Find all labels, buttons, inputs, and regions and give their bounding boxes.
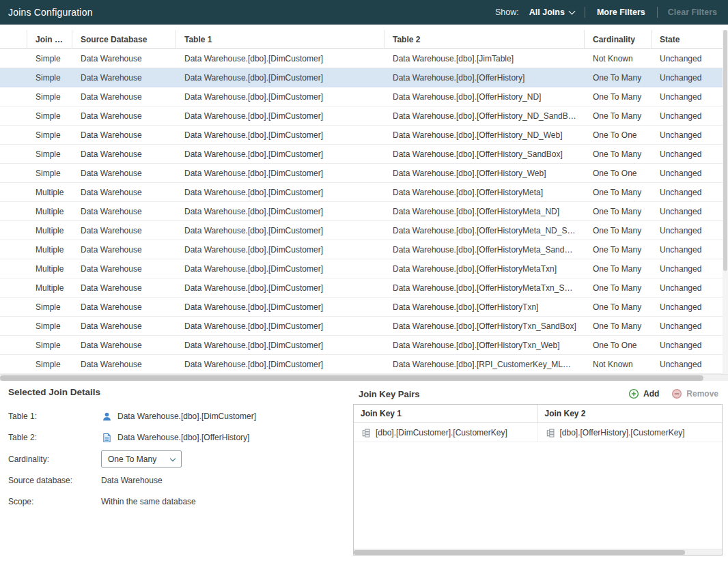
- details-panel-title: Selected Join Details: [8, 387, 344, 397]
- cell-join-type: Simple: [27, 169, 72, 178]
- cell-join-type: Multiple: [27, 283, 72, 293]
- show-filter-dropdown[interactable]: All Joins: [528, 6, 576, 18]
- cell-table1: Data Warehouse.[dbo].[DimCustomer]: [176, 207, 384, 216]
- field-table-1: Table 1: Data Warehouse.[dbo].[DimCustom…: [8, 408, 344, 425]
- key-columns-icon: [361, 428, 371, 438]
- cell-cardinality: One To Many: [585, 245, 652, 255]
- table-row[interactable]: SimpleData WarehouseData Warehouse.[dbo]…: [0, 106, 723, 126]
- clear-filters-button[interactable]: Clear Filters: [667, 6, 718, 18]
- header-controls: Show: All Joins More Filters Clear Filte…: [495, 6, 718, 18]
- cell-state: Unchanged: [652, 73, 723, 83]
- join-key-1-cell: [dbo].[DimCustomer].[CustomerKey]: [354, 423, 538, 442]
- table-row[interactable]: SimpleData WarehouseData Warehouse.[dbo]…: [0, 298, 723, 317]
- cell-table2: Data Warehouse.[dbo].[OfferHistory_ND_We…: [384, 130, 585, 140]
- vertical-scrollbar[interactable]: [723, 30, 728, 374]
- column-header-join-key-2[interactable]: Join Key 2: [538, 405, 723, 422]
- cell-state: Unchanged: [652, 149, 723, 159]
- cell-source-db: Data Warehouse: [72, 149, 176, 159]
- chevron-down-icon: [568, 8, 575, 15]
- join-key-actions: Add Remove: [628, 388, 718, 399]
- cell-join-type: Simple: [27, 360, 72, 369]
- cell-state: Unchanged: [652, 302, 723, 312]
- cell-cardinality: Not Known: [585, 54, 652, 63]
- cell-cardinality: One To Many: [585, 264, 652, 274]
- cell-source-db: Data Warehouse: [72, 360, 176, 369]
- column-header-selector: [0, 30, 27, 49]
- column-header-cardinality[interactable]: Cardinality: [585, 30, 652, 49]
- cell-source-db: Data Warehouse: [72, 341, 176, 350]
- cardinality-dropdown[interactable]: One To Many: [101, 450, 182, 468]
- column-header-source-database[interactable]: Source Database: [72, 30, 176, 49]
- cell-table2: Data Warehouse.[dbo].[OfferHistoryMeta]: [384, 188, 585, 197]
- cell-table1: Data Warehouse.[dbo].[DimCustomer]: [176, 360, 384, 369]
- table-row[interactable]: MultipleData WarehouseData Warehouse.[db…: [0, 278, 723, 298]
- joins-configuration-window: Joins Configuration Show: All Joins More…: [0, 0, 728, 561]
- person-icon: [101, 411, 112, 422]
- table-row[interactable]: SimpleData WarehouseData Warehouse.[dbo]…: [0, 164, 723, 183]
- vertical-scrollbar-thumb[interactable]: [723, 30, 727, 271]
- table-row[interactable]: MultipleData WarehouseData Warehouse.[db…: [0, 259, 723, 278]
- cell-cardinality: One To One: [585, 169, 652, 178]
- cell-table1: Data Warehouse.[dbo].[DimCustomer]: [176, 73, 384, 83]
- cell-join-type: Multiple: [27, 245, 72, 255]
- cell-table2: Data Warehouse.[dbo].[OfferHistoryMeta_N…: [384, 226, 585, 235]
- selected-join-details-panel: Selected Join Details Table 1: Data Ware…: [0, 381, 352, 561]
- column-header-table-1[interactable]: Table 1: [176, 30, 384, 49]
- table-row[interactable]: SimpleData WarehouseData Warehouse.[dbo]…: [0, 126, 723, 145]
- table-row[interactable]: MultipleData WarehouseData Warehouse.[db…: [0, 221, 723, 240]
- cell-source-db: Data Warehouse: [72, 111, 176, 121]
- cell-source-db: Data Warehouse: [72, 283, 176, 293]
- cell-table1: Data Warehouse.[dbo].[DimCustomer]: [176, 92, 384, 102]
- header-bar: Joins Configuration Show: All Joins More…: [0, 0, 728, 25]
- horizontal-scrollbar[interactable]: [0, 374, 728, 381]
- cell-source-db: Data Warehouse: [72, 264, 176, 274]
- cell-state: Unchanged: [652, 360, 723, 369]
- source-database-value: Data Warehouse: [101, 476, 163, 485]
- divider: [585, 7, 585, 18]
- table-row[interactable]: SimpleData WarehouseData Warehouse.[dbo]…: [0, 49, 723, 68]
- cell-state: Unchanged: [652, 111, 723, 121]
- join-key-2-cell: [dbo].[OfferHistory].[CustomerKey]: [538, 423, 723, 442]
- field-scope: Scope: Within the same database: [8, 493, 344, 510]
- cell-table2: Data Warehouse.[dbo].[OfferHistory_ND]: [384, 92, 585, 102]
- table-row[interactable]: SimpleData WarehouseData Warehouse.[dbo]…: [0, 68, 723, 87]
- join-key-text: [dbo].[DimCustomer].[CustomerKey]: [376, 428, 507, 437]
- table-row[interactable]: SimpleData WarehouseData Warehouse.[dbo]…: [0, 317, 723, 336]
- cell-table2: Data Warehouse.[dbo].[OfferHistory_Web]: [384, 169, 585, 178]
- table-row[interactable]: MultipleData WarehouseData Warehouse.[db…: [0, 183, 723, 202]
- cell-state: Unchanged: [652, 92, 723, 102]
- more-filters-button[interactable]: More Filters: [594, 6, 648, 18]
- table-row[interactable]: MultipleData WarehouseData Warehouse.[db…: [0, 202, 723, 221]
- cell-table1: Data Warehouse.[dbo].[DimCustomer]: [176, 149, 384, 159]
- cell-cardinality: One To Many: [585, 226, 652, 235]
- table-row[interactable]: SimpleData WarehouseData Warehouse.[dbo]…: [0, 336, 723, 355]
- table-row[interactable]: SimpleData WarehouseData Warehouse.[dbo]…: [0, 87, 723, 106]
- cell-table1: Data Warehouse.[dbo].[DimCustomer]: [176, 321, 384, 331]
- cell-source-db: Data Warehouse: [72, 54, 176, 63]
- column-header-join-type[interactable]: Join Type: [27, 30, 72, 49]
- cell-source-db: Data Warehouse: [72, 226, 176, 235]
- cell-table2: Data Warehouse.[dbo].[OfferHistoryMetaTx…: [384, 283, 585, 293]
- cell-cardinality: One To One: [585, 341, 652, 350]
- cell-state: Unchanged: [652, 188, 723, 197]
- table-row[interactable]: MultipleData WarehouseData Warehouse.[db…: [0, 240, 723, 259]
- table-row[interactable]: SimpleData WarehouseData Warehouse.[dbo]…: [0, 355, 723, 374]
- table-2-label: Table 2:: [8, 433, 101, 442]
- divider: [657, 7, 658, 18]
- join-key-row[interactable]: [dbo].[DimCustomer].[CustomerKey][dbo].[…: [354, 423, 722, 442]
- cell-table2: Data Warehouse.[dbo].[OfferHistoryMeta_S…: [384, 245, 585, 255]
- cell-table2: Data Warehouse.[dbo].[OfferHistoryTxn_We…: [384, 341, 585, 350]
- column-header-table-2[interactable]: Table 2: [384, 30, 585, 49]
- column-header-state[interactable]: State: [652, 30, 723, 49]
- cell-table1: Data Warehouse.[dbo].[DimCustomer]: [176, 111, 384, 121]
- join-key-horizontal-scrollbar-thumb[interactable]: [354, 550, 685, 555]
- horizontal-scrollbar-thumb[interactable]: [0, 375, 703, 381]
- table-row[interactable]: SimpleData WarehouseData Warehouse.[dbo]…: [0, 145, 723, 164]
- cell-cardinality: One To One: [585, 130, 652, 140]
- join-key-text: [dbo].[OfferHistory].[CustomerKey]: [560, 428, 685, 437]
- cell-cardinality: One To Many: [585, 321, 652, 331]
- join-key-horizontal-scrollbar[interactable]: [354, 549, 722, 555]
- add-join-key-button[interactable]: Add: [628, 388, 659, 399]
- column-header-join-key-1[interactable]: Join Key 1: [354, 405, 538, 422]
- remove-join-key-button[interactable]: Remove: [671, 388, 718, 399]
